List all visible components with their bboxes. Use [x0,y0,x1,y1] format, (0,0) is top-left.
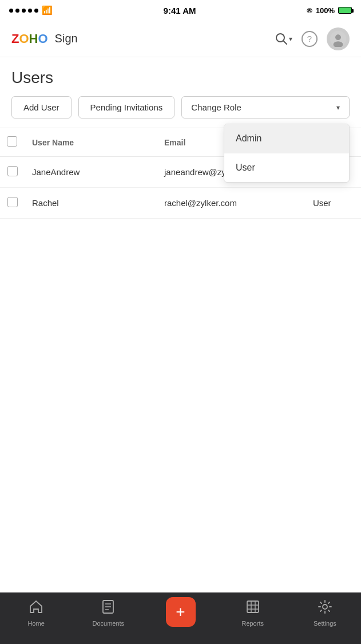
search-icon [275,33,288,45]
reports-label: Reports [241,620,264,627]
settings-icon [318,599,332,618]
row-email: rachel@zylker.com [157,188,306,219]
lock-icon: ® [307,6,312,15]
status-right: ® 100% [307,6,352,15]
nav-item-documents[interactable]: Documents [72,599,144,627]
nav-item-home[interactable]: Home [0,599,72,627]
search-button[interactable]: ▾ [275,33,292,45]
row-checkbox-cell [0,188,25,219]
reports-icon [245,599,260,618]
documents-label: Documents [92,620,124,627]
toolbar: Add User Pending Invitations Change Role… [0,96,361,128]
nav-fab-wrap: + [144,599,216,627]
row-username: Rachel [25,188,157,219]
help-icon: ? [307,34,312,44]
zoho-wordmark: Z O H O [11,31,48,46]
settings-label: Settings [314,620,336,627]
home-icon [29,599,43,618]
help-button[interactable]: ? [302,31,318,47]
search-chevron: ▾ [289,35,292,43]
app-header: Z O H O Sign ▾ ? [0,21,361,57]
table-row: Rachel rachel@zylker.com User [0,188,361,219]
wifi-icon: 📶 [42,5,53,15]
logo-letter-o1: O [19,31,29,46]
row-checkbox-cell [0,157,25,188]
change-role-button[interactable]: Change Role ▾ [181,96,350,118]
battery-fill [339,7,351,13]
battery-bar [338,7,352,14]
documents-icon [101,599,116,618]
app-name: Sign [55,32,78,45]
avatar[interactable] [327,27,350,50]
app-logo: Z O H O Sign [11,31,78,46]
avatar-icon [330,31,346,47]
battery-percent: 100% [316,6,335,15]
dropdown-option-user[interactable]: User [224,153,349,182]
nav-item-settings[interactable]: Settings [289,599,361,627]
nav-item-reports[interactable]: Reports [217,599,289,627]
page-title: Users [11,69,350,87]
svg-point-14 [323,605,327,609]
row-username: JaneAndrew [25,157,157,188]
select-all-checkbox[interactable] [7,136,17,147]
row-role: User [306,188,361,219]
role-dropdown-menu: Admin User [224,124,350,183]
logo-letter-o2: O [38,31,47,46]
fab-button[interactable]: + [166,597,196,627]
logo-letter-h: H [29,31,38,46]
svg-rect-9 [247,601,259,613]
header-username: User Name [25,128,157,157]
home-label: Home [27,620,44,627]
dropdown-option-admin[interactable]: Admin [224,124,349,153]
chevron-down-icon: ▾ [336,104,340,112]
svg-line-1 [283,41,287,44]
plus-icon: + [176,603,185,621]
logo-letter-z: Z [11,31,19,46]
bottom-nav: Home Documents + Reports Settings [0,592,361,644]
header-icons: ▾ ? [275,27,350,50]
status-bar: 📶 9:41 AM ® 100% [0,0,361,21]
page-title-area: Users [0,57,361,96]
header-checkbox-cell [0,128,25,157]
row-checkbox-0[interactable] [7,166,18,176]
pending-invitations-button[interactable]: Pending Invitations [78,96,175,118]
status-left: 📶 [9,5,53,15]
signal-dots [9,9,38,13]
add-user-button[interactable]: Add User [11,96,72,118]
status-time: 9:41 AM [164,6,196,15]
change-role-label: Change Role [191,102,241,112]
row-checkbox-1[interactable] [7,197,18,207]
svg-point-3 [335,34,341,40]
